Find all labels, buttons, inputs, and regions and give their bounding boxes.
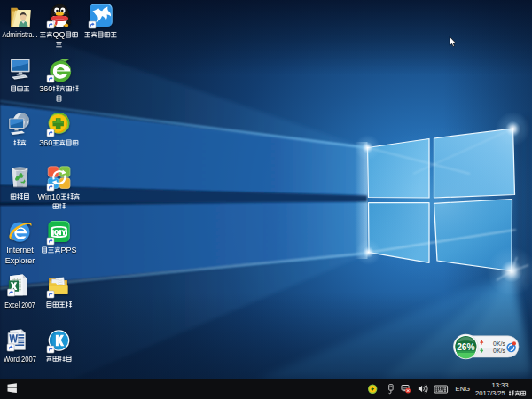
svg-text:2017/3/25: 2017/3/25 — [475, 389, 505, 397]
svg-text:13:33: 13:33 — [491, 381, 508, 389]
svg-text:QQ: QQ — [53, 30, 66, 39]
svg-text:PPS: PPS — [61, 246, 77, 254]
svg-text:ENG: ENG — [456, 385, 471, 393]
svg-text:Word 2007: Word 2007 — [4, 355, 36, 364]
svg-text:Win10: Win10 — [38, 192, 61, 201]
svg-text:Internet: Internet — [6, 246, 34, 254]
svg-text:Excel 2007: Excel 2007 — [4, 301, 35, 309]
svg-text:0K/s: 0K/s — [493, 340, 506, 347]
svg-text:26%: 26% — [457, 342, 474, 352]
svg-text:360: 360 — [39, 138, 52, 147]
svg-text:0K/s: 0K/s — [493, 348, 506, 354]
svg-text:Explorer: Explorer — [5, 256, 35, 265]
svg-text:Administra...: Administra... — [3, 30, 38, 39]
svg-text:360: 360 — [39, 84, 52, 93]
